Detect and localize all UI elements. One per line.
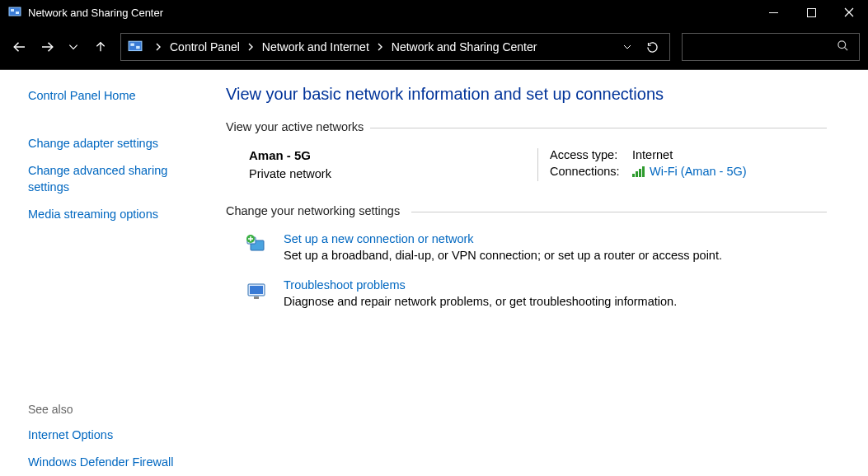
address-bar[interactable]: Control Panel Network and Internet Netwo… [120, 33, 670, 61]
setup-connection-desc: Set up a broadband, dial-up, or VPN conn… [284, 249, 722, 262]
breadcrumb-item[interactable]: Control Panel [170, 40, 240, 54]
up-button[interactable] [89, 34, 113, 60]
network-type: Private network [249, 167, 537, 180]
see-also-link[interactable]: Windows Defender Firewall [28, 455, 185, 471]
location-icon [128, 40, 143, 54]
see-also-link[interactable]: Internet Options [28, 427, 185, 444]
page-title: View your basic network information and … [226, 85, 827, 104]
svg-point-13 [838, 41, 846, 49]
svg-rect-11 [130, 44, 134, 46]
minimize-button[interactable] [754, 0, 792, 25]
recent-locations-button[interactable] [62, 34, 86, 60]
section-header-change-settings: Change your networking settings [226, 204, 827, 217]
active-network-row: Aman - 5G Private network Access type: I… [249, 148, 827, 181]
sidebar-link[interactable]: Media streaming options [28, 207, 185, 223]
chevron-right-icon[interactable] [378, 43, 383, 51]
new-connection-icon [246, 234, 269, 257]
chevron-right-icon[interactable] [156, 43, 162, 51]
wifi-signal-icon [632, 166, 645, 177]
section-header-active-networks: View your active networks [226, 120, 827, 133]
sidebar-link[interactable]: Change advanced sharing settings [28, 163, 185, 195]
window-title: Network and Sharing Center [28, 7, 754, 19]
access-type-label: Access type: [550, 148, 632, 161]
troubleshoot-desc: Diagnose and repair network problems, or… [284, 295, 677, 308]
close-button[interactable] [830, 0, 868, 25]
svg-line-14 [844, 47, 847, 50]
back-button[interactable] [8, 34, 32, 60]
troubleshoot-link[interactable]: Troubleshoot problems [284, 278, 677, 292]
svg-rect-1 [11, 9, 14, 12]
sidebar-link[interactable]: Change adapter settings [28, 136, 185, 152]
forward-button[interactable] [35, 34, 59, 60]
svg-rect-12 [136, 46, 140, 49]
svg-rect-2 [16, 12, 19, 14]
breadcrumb-item[interactable]: Network and Sharing Center [392, 40, 537, 54]
search-box[interactable] [682, 33, 860, 61]
action-row: Troubleshoot problems Diagnose and repai… [246, 278, 827, 308]
search-icon [837, 40, 849, 54]
history-dropdown-button[interactable] [615, 34, 640, 60]
nav-bar: Control Panel Network and Internet Netwo… [0, 25, 868, 70]
app-icon [8, 6, 21, 19]
connections-label: Connections: [550, 165, 632, 178]
maximize-button[interactable] [792, 0, 830, 25]
see-also-header: See also [28, 403, 214, 416]
connection-link[interactable]: Wi-Fi (Aman - 5G) [632, 165, 747, 178]
connection-name: Wi-Fi (Aman - 5G) [650, 165, 747, 178]
svg-rect-22 [254, 296, 259, 299]
action-row: Set up a new connection or network Set u… [246, 232, 827, 262]
network-name: Aman - 5G [249, 148, 537, 162]
refresh-button[interactable] [640, 34, 664, 60]
access-type-value: Internet [632, 148, 673, 161]
setup-connection-link[interactable]: Set up a new connection or network [284, 232, 722, 245]
svg-rect-4 [807, 8, 815, 16]
search-input[interactable] [692, 40, 837, 54]
chevron-right-icon[interactable] [248, 43, 254, 51]
troubleshoot-icon [246, 280, 269, 303]
control-panel-home-link[interactable]: Control Panel Home [28, 88, 185, 105]
sidebar: Control Panel Home Change adapter settin… [0, 70, 214, 476]
title-bar: Network and Sharing Center [0, 0, 868, 25]
breadcrumb-item[interactable]: Network and Internet [262, 40, 369, 54]
svg-rect-21 [250, 286, 263, 294]
main-panel: View your basic network information and … [214, 70, 868, 476]
